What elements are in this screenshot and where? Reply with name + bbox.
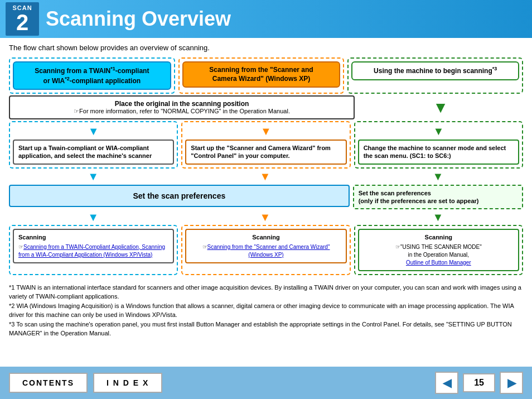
footnote-1: *1 TWAIN is an international interface s… xyxy=(9,283,523,301)
footnote-3: *3 To scan using the machine's operation… xyxy=(9,320,523,338)
twain-link[interactable]: Scanning from a TWAIN-Compliant Applicat… xyxy=(18,244,165,258)
machine-scanner-mode-box: Change the machine to scanner mode and s… xyxy=(358,140,519,165)
twain-wia-box: Scanning from a TWAIN*1-compliantor WIA*… xyxy=(13,61,171,90)
machine-scan-box: Using the machine to begin scanning*3 xyxy=(351,61,519,80)
arrow-down-blue: ▼ xyxy=(13,125,174,138)
flowchart: Scanning from a TWAIN*1-compliantor WIA*… xyxy=(9,57,523,275)
page-number: 15 xyxy=(463,373,495,392)
next-arrow-icon: ▶ xyxy=(507,376,516,390)
arrow-down-orange-2: ▼ xyxy=(181,170,349,183)
place-original-box: Place the original in the scanning posit… xyxy=(9,95,355,119)
footnotes: *1 TWAIN is an international interface s… xyxy=(9,280,523,338)
footer-nav-left: CONTENTS I N D E X xyxy=(9,373,162,393)
chapter-number-box: SCAN 2 xyxy=(6,2,39,36)
twain-startup-box: Start up a Twain-compliant or WIA-compli… xyxy=(13,140,174,165)
page-title: Scanning Overview xyxy=(46,7,231,31)
arrow-down-green-1: ▼ xyxy=(433,99,448,117)
scanner-camera-wizard-box: Scanning from the "Scanner andCamera Wiz… xyxy=(182,61,341,88)
scan-pref-box-left: Set the scan preferences xyxy=(9,185,350,207)
scanning-box-orange: Scanning ☞Scanning from the "Scanner and… xyxy=(185,229,346,263)
next-button[interactable]: ▶ xyxy=(500,372,523,394)
main-content: The flow chart shown below provides an o… xyxy=(0,38,532,338)
footnote-2: *2 WIA (Windows Imaging Acquisition) is … xyxy=(9,301,523,320)
index-button[interactable]: I N D E X xyxy=(93,373,162,393)
prev-button[interactable]: ◀ xyxy=(435,372,458,394)
chapter-number: 2 xyxy=(16,11,28,33)
prev-arrow-icon: ◀ xyxy=(443,376,451,390)
arrow-down-orange: ▼ xyxy=(185,125,346,138)
scanner-wizard-link[interactable]: Scanning from the "Scanner and Camera Wi… xyxy=(207,244,330,258)
arrow-down-blue-3: ▼ xyxy=(9,211,177,224)
footer-nav-right: ◀ 15 ▶ xyxy=(435,372,523,394)
scanning-box-green: Scanning ☞"USING THE SCANNER MODE"in the… xyxy=(358,229,519,271)
scan-pref-box-green: Set the scan preferences(only if the pre… xyxy=(353,185,523,210)
scanning-box-blue: Scanning ☞Scanning from a TWAIN-Complian… xyxy=(13,229,174,263)
contents-button[interactable]: CONTENTS xyxy=(9,373,88,393)
arrow-down-green-2: ▼ xyxy=(358,125,519,138)
arrow-down-green-4: ▼ xyxy=(353,211,523,224)
arrow-down-blue-2: ▼ xyxy=(9,170,177,183)
place-original-sub: ☞For more information, refer to "NORMAL … xyxy=(17,108,347,115)
page-footer: CONTENTS I N D E X ◀ 15 ▶ xyxy=(0,367,532,399)
place-original-title: Place the original in the scanning posit… xyxy=(17,100,347,108)
page-header: SCAN 2 Scanning Overview xyxy=(0,0,532,38)
arrow-down-orange-3: ▼ xyxy=(181,211,349,224)
button-manager-link[interactable]: Outline of Button Manager xyxy=(406,259,471,266)
intro-text: The flow chart shown below provides an o… xyxy=(9,44,523,52)
arrow-down-green-3: ▼ xyxy=(353,170,523,183)
scanner-wizard-startup-box: Start up the "Scanner and Camera Wizard"… xyxy=(185,140,346,165)
